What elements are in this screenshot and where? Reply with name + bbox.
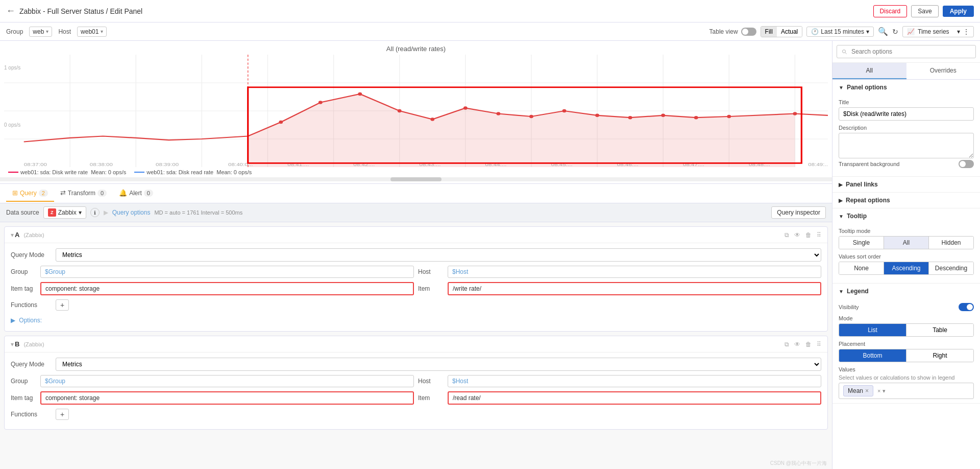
query-a-group-input[interactable] [40, 266, 414, 278]
svg-marker-16 [248, 94, 795, 167]
tooltip-mode-hidden[interactable]: Hidden [929, 237, 973, 249]
datasource-name: Zabbix [58, 209, 77, 216]
discard-button[interactable]: Discard [873, 5, 908, 17]
table-view-toggle: Table view [709, 28, 756, 36]
query-b-mode-select[interactable]: Metrics [56, 358, 821, 371]
query-b-drag-icon[interactable]: ⠿ [817, 341, 821, 348]
panel-title-input[interactable] [839, 107, 974, 121]
svg-point-20 [398, 109, 402, 113]
query-b-host-input[interactable] [448, 375, 821, 387]
panel-description-input[interactable] [839, 133, 974, 158]
datasource-select[interactable]: Z Zabbix ▾ [43, 206, 86, 219]
repeat-options-label: Repeat options [846, 197, 890, 204]
query-a-add-function-button[interactable]: + [56, 299, 69, 311]
svg-point-24 [529, 115, 533, 119]
host-label: Host [58, 28, 71, 35]
query-a-host-input[interactable] [448, 266, 821, 278]
svg-text:08:47:...: 08:47:... [683, 161, 704, 167]
query-block-a-header: ▾ A (Zabbix) ⧉ 👁 🗑 ⠿ [5, 227, 827, 243]
tooltip-mode-single[interactable]: Single [839, 237, 884, 249]
query-a-mode-label: Query Mode [11, 251, 52, 259]
host-select[interactable]: web01 ▾ [77, 27, 107, 37]
legend-mean-remove-icon[interactable]: × [865, 387, 869, 394]
table-view-switch[interactable] [741, 28, 756, 36]
legend-mode-table-button[interactable]: Table [906, 324, 973, 336]
query-b-group-label: Group [11, 378, 36, 385]
svg-point-21 [430, 118, 434, 121]
repeat-options-header[interactable]: ▶ Repeat options [832, 193, 980, 208]
legend-mode-list-button[interactable]: List [839, 324, 906, 336]
legend-placement-right-button[interactable]: Right [906, 349, 973, 362]
legend-header[interactable]: ▼ Legend [832, 284, 980, 299]
query-b-add-function-button[interactable]: + [56, 409, 69, 420]
query-a-tag-input[interactable] [40, 282, 414, 295]
panel-links-header[interactable]: ▶ Panel links [832, 177, 980, 192]
query-b-tag-input[interactable] [40, 391, 414, 405]
panel-options-header[interactable]: ▼ Panel options [832, 80, 980, 95]
legend-values-dropdown[interactable]: × ▾ [877, 388, 885, 394]
panel-links-label: Panel links [846, 181, 878, 188]
apply-button[interactable]: Apply [943, 6, 974, 17]
rp-tab-all[interactable]: All [832, 63, 906, 79]
query-b-delete-icon[interactable]: 🗑 [805, 341, 812, 348]
query-b-item-input[interactable] [448, 391, 821, 405]
zoom-button[interactable]: 🔍 [878, 27, 888, 36]
save-button[interactable]: Save [911, 5, 938, 17]
query-b-mode-row: Query Mode Metrics [11, 358, 821, 371]
datasource-info-button[interactable]: ℹ [90, 208, 100, 217]
sort-descending-button[interactable]: Descending [929, 262, 973, 274]
tooltip-mode-all[interactable]: All [884, 237, 929, 249]
svg-text:08:39:00: 08:39:00 [156, 161, 179, 167]
refresh-button[interactable]: ↻ [892, 28, 898, 36]
query-a-drag-icon[interactable]: ⠿ [817, 231, 821, 239]
query-a-collapse[interactable]: ▾ [11, 231, 15, 239]
query-a-copy-icon[interactable]: ⧉ [785, 231, 789, 239]
options-a-triangle-icon: ▶ [11, 317, 15, 324]
page-title: Zabbix - Full Server Status / Edit Panel [19, 7, 142, 15]
legend-values-desc: Select values or calculations to show in… [839, 374, 974, 381]
query-a-item-input[interactable] [448, 282, 821, 295]
y-axis-label-1: 1 ops/s [4, 65, 20, 71]
rp-tab-overrides[interactable]: Overrides [906, 63, 981, 79]
legend-label-write: web01: sda: Disk write rate Mean: 0 ops/… [20, 169, 126, 175]
query-b-group-pair: Group [11, 375, 414, 387]
svg-point-22 [463, 106, 468, 110]
actual-button[interactable]: Actual [777, 27, 802, 37]
legend-values-row[interactable]: Mean × × ▾ [839, 383, 974, 399]
svg-text:08:42:...: 08:42:... [353, 161, 375, 167]
viz-type-select[interactable]: 📈 Time series ▾ ⋮ [902, 26, 974, 37]
fill-button[interactable]: Fill [761, 27, 777, 37]
chart-scrollbar[interactable] [0, 177, 832, 181]
transparent-bg-toggle[interactable] [959, 160, 974, 168]
query-b-functions-label: Functions [11, 411, 52, 418]
sort-order-field-label: Values sort order [839, 253, 974, 260]
sort-ascending-button[interactable]: Ascending [884, 262, 929, 274]
tab-transform[interactable]: ⇄ Transform 0 [54, 185, 113, 202]
query-b-group-input[interactable] [40, 375, 414, 387]
group-select[interactable]: web ▾ [29, 27, 52, 37]
svg-point-26 [595, 114, 599, 118]
variable-bar: Group web ▾ Host web01 ▾ Table view Fill… [0, 22, 980, 41]
query-tab-badge: 2 [39, 190, 48, 197]
tooltip-header[interactable]: ▼ Tooltip [832, 208, 980, 224]
query-a-options-toggle[interactable]: ▶ Options: [11, 315, 821, 326]
sort-order-group: None Ascending Descending [839, 262, 974, 275]
tab-alert[interactable]: 🔔 Alert 0 [113, 185, 159, 202]
sort-none-button[interactable]: None [839, 262, 884, 274]
query-b-collapse[interactable]: ▾ [11, 341, 15, 348]
query-inspector-button[interactable]: Query inspector [771, 206, 826, 219]
query-a-visibility-icon[interactable]: 👁 [794, 231, 800, 239]
query-b-visibility-icon[interactable]: 👁 [794, 341, 800, 348]
search-options-input[interactable] [837, 45, 976, 58]
time-range-picker[interactable]: 🕐 Last 15 minutes ▾ [806, 27, 874, 37]
back-button[interactable]: ← [6, 6, 15, 16]
query-options-link[interactable]: Query options [112, 209, 151, 216]
tab-query[interactable]: ⊞ Query 2 [6, 185, 54, 202]
legend-visibility-toggle[interactable] [959, 303, 974, 311]
legend-placement-bottom-button[interactable]: Bottom [839, 349, 906, 362]
query-b-copy-icon[interactable]: ⧉ [785, 341, 789, 348]
query-a-delete-icon[interactable]: 🗑 [805, 231, 812, 239]
query-tabs: ⊞ Query 2 ⇄ Transform 0 🔔 Alert 0 [0, 184, 832, 203]
host-value: web01 [81, 28, 99, 35]
query-a-mode-select[interactable]: Metrics [56, 248, 821, 262]
